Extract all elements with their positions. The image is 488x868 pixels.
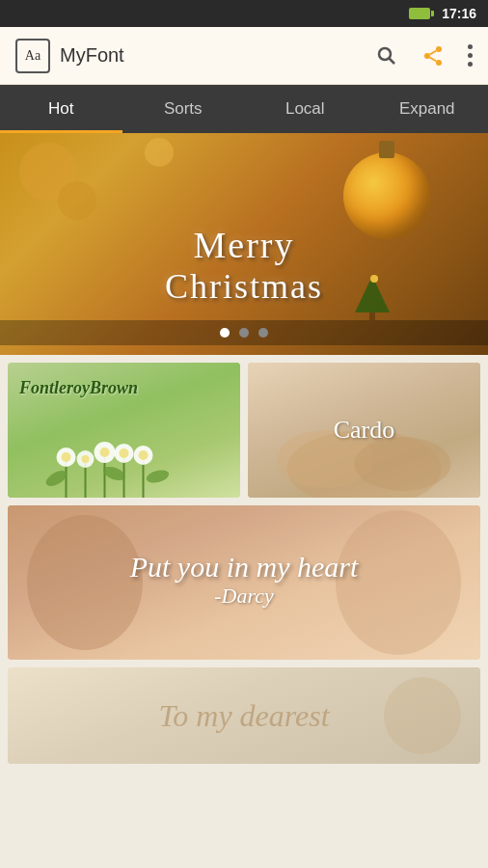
app-logo: Aa: [15, 39, 50, 73]
dots-indicator: [0, 320, 488, 345]
app-actions: [375, 44, 473, 68]
svg-point-28: [145, 468, 170, 485]
svg-point-23: [82, 455, 90, 463]
bg-decoration-3: [145, 138, 174, 167]
card-fontleroy-bg: FontleroyBrown: [8, 363, 240, 498]
app-bar: Aa MyFont: [0, 27, 488, 85]
tab-local[interactable]: Local: [244, 85, 366, 133]
svg-line-6: [430, 50, 437, 54]
search-icon: [375, 44, 398, 68]
svg-point-25: [120, 448, 129, 458]
cards-row-1: FontleroyBrown Cardo: [8, 363, 480, 498]
flowers-decoration: [8, 420, 240, 498]
battery-icon: [409, 8, 434, 19]
svg-point-17: [62, 452, 71, 462]
more-dots-icon: [468, 44, 473, 67]
svg-point-31: [355, 437, 451, 491]
nav-tabs: Hot Sorts Local Expand: [0, 85, 488, 133]
main-content: Merry Christmas: [0, 133, 488, 868]
share-icon: [421, 44, 445, 68]
more-options-button[interactable]: [468, 44, 473, 67]
tab-expand[interactable]: Expand: [366, 85, 489, 133]
svg-point-21: [139, 450, 149, 460]
svg-line-1: [390, 58, 395, 64]
svg-point-4: [436, 60, 442, 66]
card-darcy[interactable]: Put you in my heart -Darcy: [8, 505, 480, 660]
share-button[interactable]: [421, 44, 445, 68]
tab-hot[interactable]: Hot: [0, 85, 122, 133]
darcy-label: -Darcy: [130, 583, 359, 609]
svg-point-3: [424, 53, 430, 59]
card-darcy-text: Put you in my heart -Darcy: [130, 551, 359, 609]
bg-decoration-2: [58, 181, 96, 220]
put-you-label: Put you in my heart: [130, 551, 359, 583]
tab-sorts[interactable]: Sorts: [122, 85, 245, 133]
dot-3[interactable]: [258, 328, 268, 338]
svg-point-0: [379, 48, 391, 60]
dot-2[interactable]: [239, 328, 249, 338]
dot-1[interactable]: [220, 328, 230, 338]
card-fontleroy-label: FontleroyBrown: [19, 378, 138, 398]
cards-section: FontleroyBrown Cardo: [0, 355, 488, 772]
status-bar: 17:16: [0, 0, 488, 27]
card-cardo[interactable]: Cardo: [248, 363, 480, 498]
hero-text: Merry Christmas: [0, 226, 488, 307]
svg-point-19: [100, 448, 110, 457]
status-time: 17:16: [442, 6, 476, 21]
card-fontleroy-brown[interactable]: FontleroyBrown: [8, 363, 240, 498]
card-cardo-label: Cardo: [334, 416, 395, 445]
person-1: [27, 515, 143, 650]
app-title: MyFont: [60, 44, 375, 67]
svg-line-5: [430, 57, 437, 61]
hero-banner[interactable]: Merry Christmas: [0, 133, 488, 355]
svg-rect-8: [369, 312, 375, 320]
hero-line1: Merry: [0, 226, 488, 266]
card-dearest[interactable]: To my dearest: [8, 667, 480, 764]
dearest-decoration: [384, 677, 461, 754]
card-cardo-bg: Cardo: [248, 363, 480, 498]
svg-point-2: [436, 46, 442, 52]
hero-line2: Christmas: [0, 266, 488, 307]
card-dearest-label: To my dearest: [158, 698, 329, 734]
search-button[interactable]: [375, 44, 398, 68]
